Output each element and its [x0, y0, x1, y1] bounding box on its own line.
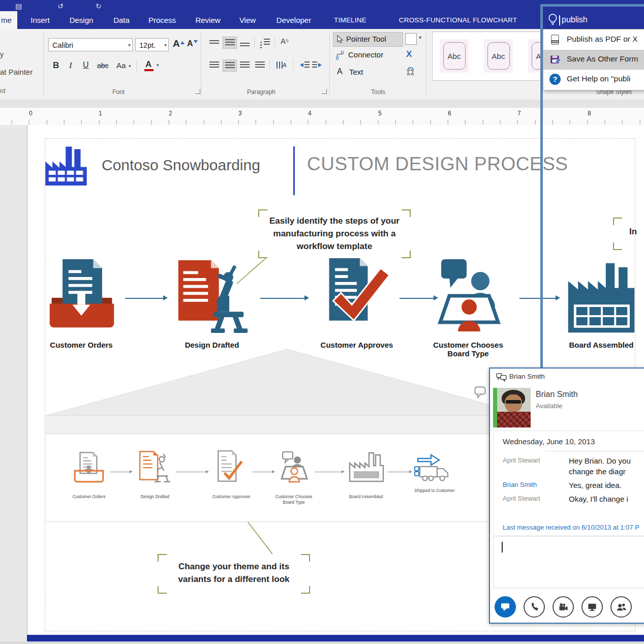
avatar: [497, 388, 531, 427]
shrink-font-button[interactable]: A: [187, 39, 193, 48]
suggestion-save-as-other[interactable]: Save As Other Form: [543, 50, 644, 70]
align-left-button[interactable]: [207, 59, 221, 71]
chevron-down-icon[interactable]: ▾: [157, 63, 159, 68]
present-button[interactable]: [581, 596, 603, 618]
undo-icon[interactable]: ↺: [57, 2, 64, 10]
mini-flow-arrow: [110, 472, 131, 472]
tab-home[interactable]: me: [0, 11, 17, 29]
connector-button[interactable]: Connector: [348, 50, 383, 59]
im-button[interactable]: [495, 596, 516, 618]
ruler-number: 2: [169, 110, 172, 117]
clipboard-group-label: rd: [0, 87, 6, 95]
group-divider: [43, 31, 44, 96]
chevron-down-icon[interactable]: ▾: [419, 35, 421, 40]
tab-process[interactable]: Process: [148, 11, 176, 29]
paragraph-dialog-launcher[interactable]: [322, 89, 327, 94]
align-right-button[interactable]: [238, 59, 251, 71]
justify-button[interactable]: [253, 59, 266, 71]
font-size-combo[interactable]: 12pt.▾: [135, 38, 169, 51]
font-dialog-launcher[interactable]: [195, 89, 200, 94]
design-drafted-icon[interactable]: [175, 257, 250, 336]
ruler-number: 0: [29, 110, 33, 117]
divider: [254, 37, 255, 47]
callout-top-text: Easily identify the steps of your manufa…: [263, 214, 406, 253]
align-top-button[interactable]: [207, 37, 221, 48]
tab-developer[interactable]: Developer: [277, 11, 311, 29]
call-button[interactable]: [524, 596, 545, 618]
ruler-number: 7: [517, 110, 521, 117]
tab-design[interactable]: Design: [70, 11, 94, 29]
chevron-down-icon[interactable]: ▾: [164, 39, 167, 52]
delete-connector-button[interactable]: X: [406, 49, 412, 59]
decrease-indent-button[interactable]: [297, 59, 310, 71]
input-caret: [502, 542, 503, 553]
customer-approves-icon[interactable]: [320, 256, 394, 335]
group-divider: [426, 31, 426, 96]
video-button[interactable]: [553, 596, 574, 618]
mini-customer-approves-icon: [213, 449, 250, 485]
contoso-logo-icon: [44, 144, 88, 188]
strikethrough-button[interactable]: abc: [97, 62, 109, 70]
paragraph-spacing-button[interactable]: A⁵: [281, 37, 289, 45]
tab-review[interactable]: Review: [195, 11, 220, 29]
font-size-value: 12pt.: [139, 41, 156, 49]
chevron-down-icon[interactable]: ▾: [128, 39, 131, 52]
bottom-strip: [0, 641, 644, 644]
flow-arrow: [400, 298, 436, 299]
copy-button[interactable]: y: [0, 50, 4, 58]
align-center-button[interactable]: [223, 59, 237, 72]
video-camera-icon: [558, 602, 569, 612]
tab-insert[interactable]: Insert: [30, 11, 50, 29]
flow-arrow: [125, 298, 166, 299]
align-bottom-button[interactable]: [238, 38, 251, 49]
tab-timeline[interactable]: TIMELINE: [334, 11, 366, 29]
message-sender: April Stewart: [503, 456, 561, 464]
people-icon: [616, 602, 627, 612]
increase-indent-button[interactable]: [311, 59, 324, 71]
text-direction-button[interactable]: A: [274, 59, 288, 71]
suggestion-publish-pdf[interactable]: Publish as PDF or X: [543, 30, 644, 50]
shape-style-swatch[interactable]: Abc: [440, 39, 469, 73]
underline-button[interactable]: U: [83, 60, 89, 70]
change-case-button[interactable]: Aa: [116, 61, 126, 70]
font-color-button[interactable]: A: [145, 59, 151, 70]
ruler-number: 4: [308, 110, 312, 117]
tab-view[interactable]: View: [239, 11, 256, 29]
message-input[interactable]: [493, 536, 644, 588]
tellme-suggestions: Publish as PDF or X Save As Other Form ?…: [543, 29, 644, 90]
format-painter-button[interactable]: at Painter: [0, 68, 33, 76]
save-as-icon: [549, 54, 561, 65]
callout-bottom: Change your theme and its variants for a…: [158, 554, 310, 594]
bold-button[interactable]: B: [53, 60, 59, 71]
mini-customer-orders-icon: [71, 450, 107, 486]
tab-cross-functional-flowchart[interactable]: CROSS-FUNCTIONAL FLOWCHART: [399, 11, 517, 29]
align-middle-button[interactable]: [223, 37, 237, 49]
phone-icon: [530, 602, 539, 612]
save-icon[interactable]: ▤: [15, 2, 22, 10]
zoom-wedge: [41, 346, 534, 417]
bullets-button[interactable]: [258, 37, 271, 48]
suggestion-get-help[interactable]: ? Get Help on "publi: [543, 70, 644, 89]
italic-button[interactable]: I: [69, 60, 72, 71]
customer-chooses-board-type-icon[interactable]: [431, 258, 507, 335]
grow-font-button[interactable]: A: [173, 38, 180, 49]
font-name-combo[interactable]: Calibri▾: [48, 38, 133, 51]
conversation-pane[interactable]: Wednesday, June 10, 2013 April Stewart H…: [493, 431, 644, 536]
shape-style-swatch[interactable]: Abc: [484, 39, 513, 73]
rotate-tool-icon[interactable]: [406, 66, 416, 76]
customer-orders-icon[interactable]: [45, 256, 119, 335]
tools-group-label: Tools: [371, 88, 385, 96]
help-icon: ?: [549, 74, 561, 85]
divider: [274, 37, 275, 47]
mini-shipped-to-customer-icon: [413, 451, 456, 485]
participants-button[interactable]: [610, 596, 632, 618]
redo-icon[interactable]: ↻: [96, 2, 102, 10]
ruler-number: 6: [448, 110, 451, 117]
divider: [269, 59, 270, 70]
message-sender: Brian Smith: [503, 481, 561, 488]
shrink-font-arrow-icon: [194, 40, 198, 45]
text-tool-button[interactable]: Text: [349, 68, 363, 76]
tab-data[interactable]: Data: [113, 11, 130, 29]
pointer-tool-button[interactable]: Pointer Tool: [333, 32, 403, 47]
shape-swatch-button[interactable]: [405, 33, 417, 45]
